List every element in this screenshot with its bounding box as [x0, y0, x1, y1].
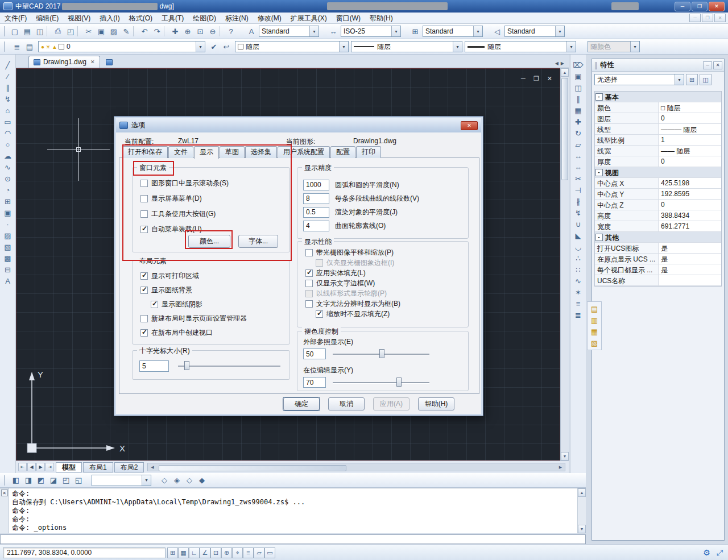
chevron-down-icon[interactable]: ▾ — [196, 42, 205, 52]
canvas-minimize-icon[interactable]: ─ — [521, 75, 526, 82]
property-value[interactable]: 是 — [659, 254, 721, 264]
cut-icon[interactable]: ✂ — [82, 26, 95, 37]
chevron-down-icon[interactable]: ▾ — [339, 42, 348, 52]
property-value[interactable]: ——— 随层 — [659, 124, 721, 134]
ellipse-icon[interactable]: ⊙ — [2, 173, 14, 184]
menu-item[interactable]: 格式(O) — [125, 13, 157, 23]
collapse-icon[interactable] — [595, 92, 603, 102]
properties-header[interactable]: ║ 特性 ─ ✕ — [592, 59, 724, 72]
array-icon[interactable]: ▦ — [572, 105, 585, 116]
layer-match-icon[interactable]: ▥ — [588, 314, 601, 326]
mirror-icon[interactable]: ◫ — [572, 82, 585, 93]
polygon-icon[interactable]: ⌂ — [2, 105, 14, 116]
scroll-up-icon[interactable]: ▲ — [578, 488, 586, 497]
property-value[interactable]: 425.5198 — [659, 178, 721, 188]
chevron-down-icon[interactable]: ▾ — [391, 26, 400, 36]
dialog-tab[interactable]: 选择集 — [245, 146, 277, 158]
scrollbar-track[interactable] — [578, 497, 586, 525]
dialog-close-button[interactable]: ✕ — [461, 121, 478, 130]
property-value[interactable]: 691.2771 — [659, 221, 721, 231]
layer-walk-icon[interactable]: ▤ — [588, 303, 601, 314]
scrollbar-thumb[interactable] — [159, 465, 346, 471]
match-properties-icon[interactable]: ✎ — [120, 26, 133, 37]
menu-item[interactable]: 插入(I) — [95, 13, 124, 23]
checkbox[interactable] — [140, 226, 148, 233]
rotate-icon[interactable]: ↻ — [572, 127, 585, 139]
checkbox[interactable] — [305, 280, 313, 287]
checkbox-row[interactable]: 图形窗口中显示滚动条(S) — [140, 176, 289, 191]
trim-icon[interactable]: ✂ — [572, 173, 585, 184]
mleader-style-combo[interactable]: Standard ▾ — [504, 26, 565, 37]
color-combo[interactable]: 随层 ▾ — [235, 41, 349, 52]
property-value[interactable]: 0 — [659, 113, 721, 123]
align-icon[interactable]: ≡ — [572, 298, 585, 309]
scroll-down-icon[interactable]: ▼ — [578, 525, 586, 533]
property-row[interactable]: 中心点 X 425.5198 — [595, 178, 721, 189]
settings-gear-icon[interactable]: ⚙ — [703, 548, 710, 557]
checkbox-row[interactable]: 显示可打印区域 — [140, 269, 289, 283]
menu-item[interactable]: 扩展工具(X) — [286, 13, 332, 23]
lineweight-combo[interactable]: 随层 ▾ — [465, 41, 576, 52]
checkbox-row[interactable]: 工具条使用大按钮(G) — [140, 206, 289, 222]
property-row[interactable]: 宽度 691.2771 — [595, 221, 721, 232]
checkbox[interactable] — [140, 287, 148, 294]
restore-button[interactable]: ❐ — [692, 2, 708, 11]
menu-item[interactable]: 窗口(W) — [332, 13, 365, 23]
new-file-icon[interactable]: ▢ — [9, 26, 21, 37]
tab-scroll-left-icon[interactable]: ◀ — [555, 61, 559, 66]
osnap-toggle[interactable]: ⊡ — [210, 547, 221, 558]
pedit-icon[interactable]: ∿ — [572, 275, 585, 287]
paper-space-toggle[interactable]: ▭ — [264, 547, 275, 558]
dialog-tab[interactable]: 打印 — [356, 146, 381, 158]
property-row[interactable]: 中心点 Y 192.8595 — [595, 189, 721, 200]
precision-input[interactable]: 1000 — [303, 180, 329, 190]
view-front-icon[interactable]: ◈ — [171, 475, 183, 486]
break-icon[interactable]: ↯ — [572, 207, 585, 218]
property-value[interactable]: 192.8595 — [659, 189, 721, 199]
property-row[interactable]: UCS名称 — [595, 275, 721, 286]
ellipse-arc-icon[interactable]: ◔ — [2, 184, 14, 196]
undo-icon[interactable]: ↶ — [138, 26, 151, 37]
checkbox[interactable] — [140, 195, 148, 202]
property-value[interactable]: 是 — [659, 243, 721, 253]
properties-icon[interactable]: ≣ — [572, 309, 585, 321]
viewport-two-icon[interactable]: ◨ — [22, 475, 35, 486]
property-value[interactable] — [659, 275, 721, 285]
help-icon[interactable]: ? — [225, 26, 237, 37]
slider-thumb[interactable] — [184, 361, 189, 370]
extend-icon[interactable]: ⊣ — [572, 184, 585, 196]
property-value[interactable]: —— 随层 — [659, 146, 721, 156]
menu-item[interactable]: 修改(M) — [253, 13, 286, 23]
xref-fade-input[interactable]: 50 — [303, 349, 326, 359]
snap-toggle[interactable]: ⊞ — [167, 547, 178, 558]
checkbox-row[interactable]: 在新布局中创建视口 — [140, 326, 289, 340]
property-row[interactable]: 线宽 —— 随层 — [595, 146, 721, 156]
checkbox[interactable] — [140, 180, 148, 187]
menu-item[interactable]: 文件(F) — [0, 13, 31, 23]
dialog-tab[interactable]: 配置 — [330, 146, 355, 158]
table-icon[interactable]: ⊟ — [2, 264, 14, 275]
paste-icon[interactable]: ▨ — [107, 26, 120, 37]
precision-input[interactable]: 4 — [303, 221, 329, 231]
collapse-icon[interactable] — [595, 232, 603, 242]
new-tab-button[interactable] — [102, 56, 117, 68]
chevron-down-icon[interactable]: ▾ — [309, 26, 318, 36]
quick-select-button[interactable]: ⊞ — [686, 74, 698, 85]
open-file-icon[interactable]: ▤ — [21, 26, 34, 37]
save-icon[interactable]: ◫ — [34, 26, 46, 37]
lengthen-icon[interactable]: ⇔ — [572, 161, 585, 173]
precision-input[interactable]: 0.5 — [303, 207, 329, 218]
slider-thumb[interactable] — [379, 349, 384, 358]
make-object-layer-current-icon[interactable]: ✔ — [208, 41, 220, 52]
chevron-down-icon[interactable]: ▾ — [453, 42, 462, 52]
property-value[interactable]: 0 — [659, 200, 721, 210]
scroll-down-icon[interactable]: ▼ — [561, 452, 569, 461]
dialog-tab[interactable]: 文件 — [168, 146, 193, 158]
collapse-icon[interactable] — [595, 167, 603, 177]
checkbox[interactable] — [316, 259, 323, 267]
layer-isolate-icon[interactable]: ▦ — [588, 326, 601, 337]
document-tab[interactable]: Drawing1.dwg ✕ — [28, 56, 100, 68]
toolbar-grip[interactable] — [4, 26, 7, 36]
spline-icon[interactable]: ∿ — [2, 161, 14, 173]
checkbox-row[interactable]: 以线框形式显示轮廓(P) — [305, 288, 468, 298]
